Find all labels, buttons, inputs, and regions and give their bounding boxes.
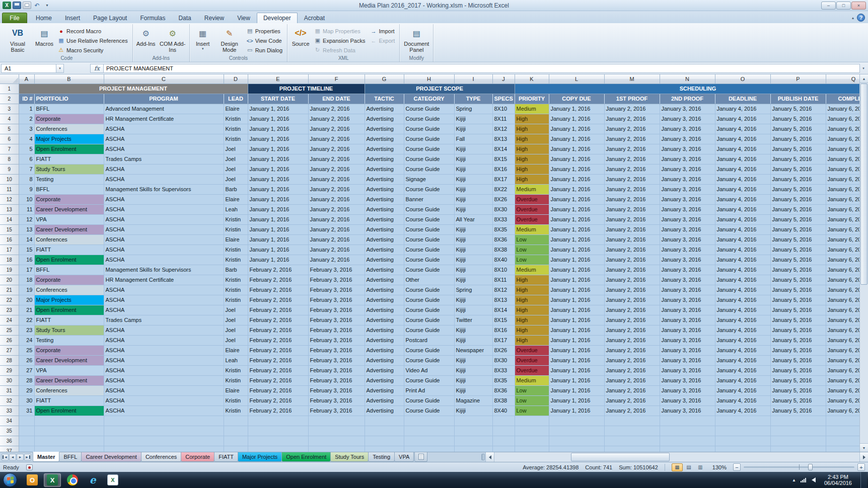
cell-e30[interactable]: February 2, 2016 [248,375,308,385]
cell-a23[interactable]: 21 [19,305,34,315]
cell-j16[interactable]: 8X36 [492,234,515,245]
cell-g24[interactable]: Advertising [365,315,404,325]
row-header-8[interactable]: 8 [0,154,19,164]
cell-a26[interactable]: 24 [19,335,34,345]
cell-e5[interactable]: January 1, 2016 [248,124,308,134]
cell-n31[interactable]: January 3, 2016 [660,385,715,395]
cell-n18[interactable]: January 3, 2016 [660,255,715,265]
maximize-button[interactable]: □ [836,2,851,10]
cell-d18[interactable]: Kristin [224,255,248,265]
row-header-11[interactable]: 11 [0,184,19,194]
cell-k9[interactable]: High [515,164,549,174]
cell-n16[interactable]: January 3, 2016 [660,234,715,245]
cell-a24[interactable]: 22 [19,315,34,325]
close-button[interactable]: × [851,2,866,10]
row-header-14[interactable]: 14 [0,214,19,224]
cell-b20[interactable]: Corporate [34,275,104,285]
cell-n27[interactable]: January 3, 2016 [660,345,715,355]
cell-b36[interactable] [34,436,104,446]
cell-q16[interactable]: January 6, 2016 [826,234,859,245]
cell-k15[interactable]: Medium [515,224,549,234]
cell-c21[interactable]: ASCHA [104,285,224,295]
cell-g37[interactable] [365,446,404,452]
cell-q6[interactable]: January 6, 2016 [826,134,859,144]
cell-h23[interactable]: Course Guide [404,305,454,315]
merged-header-project-management[interactable]: PROJECT MANAGEMENT [19,84,248,94]
cell-i7[interactable]: Kijiji [454,144,492,154]
design-mode-button[interactable]: Design Mode [215,25,244,55]
cell-a16[interactable]: 14 [19,234,34,245]
cell-l11[interactable]: January 1, 2016 [549,184,604,194]
cell-l32[interactable]: January 1, 2016 [549,395,604,405]
cell-q13[interactable]: January 6, 2016 [826,204,859,214]
cell-b19[interactable]: BFFL [34,265,104,275]
cell-m12[interactable]: January 2, 2016 [604,194,660,204]
column-title-2nd-proof[interactable]: 2ND PROOF [660,94,715,104]
cell-a21[interactable]: 19 [19,285,34,295]
cell-o25[interactable]: January 4, 2016 [715,325,770,335]
cell-k34[interactable] [515,416,549,426]
cell-o19[interactable]: January 4, 2016 [715,265,770,275]
cell-j22[interactable]: 8X13 [492,295,515,305]
cell-m5[interactable]: January 2, 2016 [604,124,660,134]
cell-f21[interactable]: February 3, 2016 [308,285,365,295]
cell-n15[interactable]: January 3, 2016 [660,224,715,234]
cell-q19[interactable]: January 6, 2016 [826,265,859,275]
cell-e31[interactable]: February 2, 2016 [248,385,308,395]
column-title-deadline[interactable]: DEADLINE [715,94,770,104]
cell-k21[interactable]: High [515,285,549,295]
cell-m35[interactable] [604,426,660,436]
cell-l22[interactable]: January 1, 2016 [549,295,604,305]
column-title-end-date[interactable]: END DATE [308,94,365,104]
cell-g23[interactable]: Advertising [365,305,404,315]
merged-header-scheduling[interactable]: SCHEDULING [515,84,859,94]
row-header-20[interactable]: 20 [0,275,19,285]
cell-k17[interactable]: Low [515,245,549,255]
cell-q11[interactable]: January 6, 2016 [826,184,859,194]
cell-o37[interactable] [715,446,770,452]
cell-b33[interactable]: Open Enrolment [34,405,104,416]
cell-m19[interactable]: January 2, 2016 [604,265,660,275]
cell-h13[interactable]: Course Guide [404,204,454,214]
cell-n37[interactable] [660,446,715,452]
cell-n4[interactable]: January 3, 2016 [660,114,715,124]
cell-b18[interactable]: Open Enrolment [34,255,104,265]
cell-i34[interactable] [454,416,492,426]
cell-l8[interactable]: January 1, 2016 [549,154,604,164]
cell-j21[interactable]: 8X12 [492,285,515,295]
cell-i19[interactable]: Kijiji [454,265,492,275]
cell-o9[interactable]: January 4, 2016 [715,164,770,174]
cell-d12[interactable]: Elaire [224,194,248,204]
cell-h24[interactable]: Course Guide [404,315,454,325]
cell-e4[interactable]: January 1, 2016 [248,114,308,124]
cell-b37[interactable] [34,446,104,452]
column-title-portfolio[interactable]: PORTFOLIO [34,94,104,104]
row-header-29[interactable]: 29 [0,365,19,375]
column-title-copy-due[interactable]: COPY DUE [549,94,604,104]
cell-n21[interactable]: January 3, 2016 [660,285,715,295]
cell-g28[interactable]: Advertising [365,355,404,365]
cell-e8[interactable]: January 1, 2016 [248,154,308,164]
cell-o6[interactable]: January 4, 2016 [715,134,770,144]
cell-c24[interactable]: Trades Camps [104,315,224,325]
previous-sheet-button[interactable]: ◄ [9,454,16,461]
cell-d16[interactable]: Elaire [224,234,248,245]
row-header-23[interactable]: 23 [0,305,19,315]
cell-q36[interactable] [826,436,859,446]
cell-b7[interactable]: Open Enrolment [34,144,104,154]
cell-m14[interactable]: January 2, 2016 [604,214,660,224]
minimize-button[interactable]: – [821,2,836,10]
expansion-packs-button[interactable]: Expansion Packs [313,36,368,45]
cell-h25[interactable]: Course Guide [404,325,454,335]
cell-h8[interactable]: Course Guide [404,154,454,164]
cell-l19[interactable]: January 1, 2016 [549,265,604,275]
cell-m18[interactable]: January 2, 2016 [604,255,660,265]
cell-e9[interactable]: January 1, 2016 [248,164,308,174]
cell-l9[interactable]: January 1, 2016 [549,164,604,174]
cell-j5[interactable]: 8X12 [492,124,515,134]
cell-g21[interactable]: Advertising [365,285,404,295]
select-all-button[interactable] [0,74,19,84]
row-header-19[interactable]: 19 [0,265,19,275]
cell-g10[interactable]: Advertising [365,174,404,184]
cell-m28[interactable]: January 2, 2016 [604,355,660,365]
